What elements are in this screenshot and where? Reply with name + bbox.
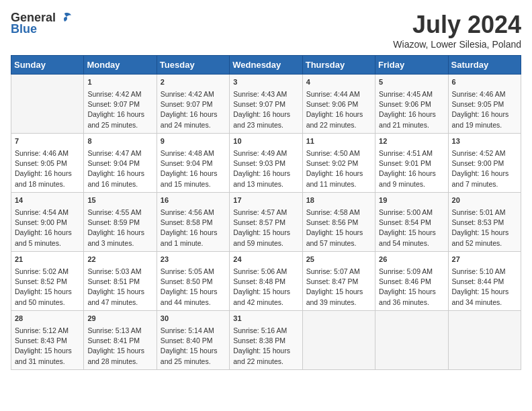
week-row-4: 21Sunrise: 5:02 AMSunset: 8:52 PMDayligh… [11,252,521,311]
day-number: 10 [233,136,298,147]
logo-blue-text: Blue [11,22,37,36]
cell-text: Sunrise: 5:09 AM [379,267,444,277]
header-cell-monday: Monday [84,56,157,75]
calendar-cell: 4Sunrise: 4:44 AMSunset: 9:06 PMDaylight… [302,75,375,134]
calendar-cell: 24Sunrise: 5:06 AMSunset: 8:48 PMDayligh… [230,252,302,311]
cell-text: Daylight: 16 hours [161,169,226,179]
calendar-cell: 14Sunrise: 4:54 AMSunset: 9:00 PMDayligh… [11,193,84,252]
cell-text: Daylight: 16 hours [161,109,226,120]
day-number: 8 [87,136,152,147]
calendar-cell: 29Sunrise: 5:13 AMSunset: 8:41 PMDayligh… [84,311,157,370]
day-number: 9 [161,136,226,147]
cell-text: and 13 minutes. [233,179,298,189]
calendar-cell: 27Sunrise: 5:10 AMSunset: 8:44 PMDayligh… [448,252,521,311]
calendar-cell: 12Sunrise: 4:51 AMSunset: 9:01 PMDayligh… [375,134,448,193]
calendar-cell: 2Sunrise: 4:42 AMSunset: 9:07 PMDaylight… [157,75,229,134]
cell-text: Sunrise: 4:54 AM [15,208,80,218]
cell-text: Sunrise: 5:10 AM [452,267,517,277]
header-row: SundayMondayTuesdayWednesdayThursdayFrid… [11,56,521,75]
cell-text: Daylight: 16 hours [87,109,152,120]
cell-text: Sunset: 8:38 PM [233,336,298,346]
cell-text: Sunrise: 5:14 AM [161,326,226,336]
day-number: 4 [306,77,371,88]
cell-text: Sunrise: 4:50 AM [306,148,371,158]
cell-text: and 1 minute. [161,238,226,248]
calendar-cell: 15Sunrise: 4:55 AMSunset: 8:59 PMDayligh… [84,193,157,252]
cell-text: Sunset: 9:06 PM [379,99,444,109]
calendar-cell: 9Sunrise: 4:48 AMSunset: 9:04 PMDaylight… [157,134,229,193]
day-number: 21 [15,255,80,265]
cell-text: Daylight: 16 hours [306,109,371,120]
calendar-cell: 7Sunrise: 4:46 AMSunset: 9:05 PMDaylight… [11,134,84,193]
calendar-cell: 8Sunrise: 4:47 AMSunset: 9:04 PMDaylight… [84,134,157,193]
cell-text: Daylight: 16 hours [233,169,298,179]
cell-text: Sunrise: 5:00 AM [379,208,444,218]
cell-text: Sunset: 9:04 PM [87,158,152,169]
cell-text: Sunrise: 5:16 AM [233,326,298,336]
day-number: 1 [87,77,152,88]
week-row-5: 28Sunrise: 5:12 AMSunset: 8:43 PMDayligh… [11,311,521,370]
cell-text: Daylight: 15 hours [15,346,80,356]
header-cell-thursday: Thursday [302,56,375,75]
header-cell-wednesday: Wednesday [230,56,302,75]
cell-text: Sunset: 8:44 PM [452,277,517,287]
cell-text: and 28 minutes. [87,357,152,367]
cell-text: and 22 minutes. [233,357,298,367]
cell-text: and 16 minutes. [87,179,152,189]
cell-text: and 3 minutes. [87,238,152,248]
cell-text: Daylight: 16 hours [161,228,226,238]
cell-text: Sunset: 8:48 PM [233,277,298,287]
cell-text: Daylight: 15 hours [379,228,444,238]
cell-text: Daylight: 16 hours [87,228,152,238]
calendar-cell: 26Sunrise: 5:09 AMSunset: 8:46 PMDayligh… [375,252,448,311]
calendar-cell: 16Sunrise: 4:56 AMSunset: 8:58 PMDayligh… [157,193,229,252]
calendar-cell: 20Sunrise: 5:01 AMSunset: 8:53 PMDayligh… [448,193,521,252]
calendar-cell: 31Sunrise: 5:16 AMSunset: 8:38 PMDayligh… [230,311,302,370]
cell-text: and 52 minutes. [452,238,517,248]
cell-text: and 31 minutes. [15,357,80,367]
cell-text: Daylight: 15 hours [233,346,298,356]
cell-text: Daylight: 16 hours [379,109,444,120]
day-number: 5 [379,77,444,88]
cell-text: Sunset: 8:50 PM [161,277,226,287]
calendar-cell: 3Sunrise: 4:43 AMSunset: 9:07 PMDaylight… [230,75,302,134]
cell-text: Daylight: 16 hours [233,109,298,120]
day-number: 31 [233,314,298,324]
cell-text: and 11 minutes. [306,179,371,189]
calendar-cell [302,311,375,370]
day-number: 27 [452,255,517,265]
cell-text: Sunset: 9:00 PM [15,218,80,228]
calendar-cell: 1Sunrise: 4:42 AMSunset: 9:07 PMDaylight… [84,75,157,134]
cell-text: Sunset: 8:40 PM [161,336,226,346]
header-cell-tuesday: Tuesday [157,56,229,75]
calendar-cell: 28Sunrise: 5:12 AMSunset: 8:43 PMDayligh… [11,311,84,370]
cell-text: Sunrise: 5:13 AM [87,326,152,336]
day-number: 26 [379,255,444,265]
cell-text: Sunrise: 5:01 AM [452,208,517,218]
cell-text: Daylight: 15 hours [161,287,226,297]
cell-text: Sunset: 9:02 PM [306,158,371,169]
cell-text: Daylight: 15 hours [306,287,371,297]
calendar-cell: 18Sunrise: 4:58 AMSunset: 8:56 PMDayligh… [302,193,375,252]
cell-text: Daylight: 16 hours [306,169,371,179]
calendar-cell: 23Sunrise: 5:05 AMSunset: 8:50 PMDayligh… [157,252,229,311]
logo: General Blue [11,11,72,36]
cell-text: Sunset: 8:54 PM [379,218,444,228]
cell-text: Daylight: 15 hours [15,287,80,297]
cell-text: Sunset: 9:05 PM [452,99,517,109]
cell-text: Sunrise: 4:46 AM [452,89,517,99]
cell-text: Sunset: 9:06 PM [306,99,371,109]
cell-text: Sunrise: 4:47 AM [87,148,152,158]
month-title: July 2024 [393,11,521,39]
cell-text: Sunset: 9:05 PM [15,158,80,169]
calendar-cell: 11Sunrise: 4:50 AMSunset: 9:02 PMDayligh… [302,134,375,193]
logo-bird-icon [57,12,72,24]
calendar-cell: 21Sunrise: 5:02 AMSunset: 8:52 PMDayligh… [11,252,84,311]
cell-text: and 42 minutes. [233,298,298,308]
cell-text: Sunset: 9:07 PM [87,99,152,109]
day-number: 18 [306,195,371,206]
cell-text: Sunrise: 4:42 AM [161,89,226,99]
day-number: 12 [379,136,444,147]
cell-text: and 36 minutes. [379,298,444,308]
day-number: 20 [452,195,517,206]
